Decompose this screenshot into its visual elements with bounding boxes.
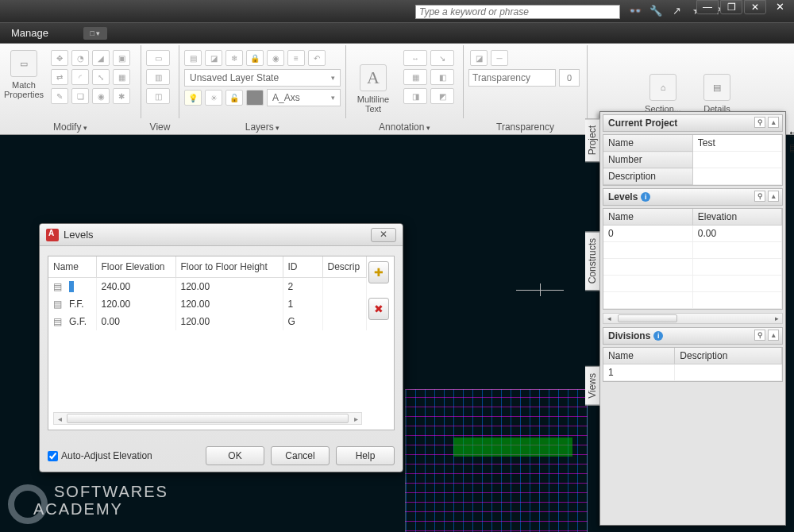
anno1-icon[interactable]: ◧ (430, 69, 454, 85)
table-row[interactable]: ▤G.F. 0.00120.00G (48, 313, 367, 330)
layer-prev-icon[interactable]: ↶ (308, 50, 326, 66)
col-lvl-elev: Elevation (692, 209, 781, 226)
transparency-input[interactable] (468, 69, 556, 87)
filter-icon[interactable]: ⚲ (754, 117, 765, 128)
vtab-project[interactable]: Project (585, 118, 600, 162)
view-tool-icon[interactable]: ▭ (146, 50, 170, 66)
divisions-header[interactable]: Divisionsi ⚲▴ (603, 327, 783, 345)
ok-button[interactable]: OK (206, 446, 264, 465)
anno3-icon[interactable]: ◩ (430, 88, 454, 104)
offset-icon[interactable]: ◉ (92, 88, 110, 104)
vtab-views[interactable]: Views (585, 366, 600, 406)
stretch-icon[interactable]: ⤡ (92, 69, 110, 85)
info-icon[interactable]: i (653, 331, 663, 341)
transparency-value[interactable] (559, 69, 580, 87)
mirror-icon[interactable]: ⇄ (51, 69, 68, 85)
table-row[interactable]: ▤F.F. 120.00120.001 (48, 295, 367, 313)
view-tool3-icon[interactable]: ◫ (146, 88, 170, 104)
fillet-icon[interactable]: ◜ (71, 69, 89, 85)
collapse-icon[interactable]: ▴ (768, 330, 779, 341)
col-id[interactable]: ID (283, 256, 322, 278)
cancel-button[interactable]: Cancel (271, 446, 330, 465)
help-button[interactable]: Help (336, 446, 395, 465)
col-floor-elevation[interactable]: Floor Elevation (96, 256, 175, 278)
palette-pin-icon[interactable]: ⮀ (789, 129, 794, 141)
panel-annotation-label[interactable]: Annotation (346, 121, 463, 133)
val-desc[interactable] (692, 168, 781, 185)
watermark-logo: SOFTWARES ACADEMY (11, 483, 168, 518)
window-close[interactable]: ✕ (744, 0, 766, 14)
window-restore[interactable]: ❐ (720, 0, 742, 14)
window-minimize[interactable]: — (696, 0, 719, 14)
section-button[interactable]: ⌂ Section... (635, 45, 691, 117)
binoculars-icon[interactable]: 👓 (629, 5, 642, 17)
sun-icon[interactable]: ☀ (205, 90, 222, 106)
palette-options-icon[interactable]: ▤ (789, 142, 794, 153)
info-icon[interactable]: i (641, 192, 650, 202)
tab-manage[interactable]: Manage (0, 23, 60, 43)
scale-icon[interactable]: ▣ (113, 50, 130, 66)
col-description[interactable]: Descrip (322, 256, 367, 278)
layer-freeze-icon[interactable]: ❄ (225, 50, 243, 66)
vtab-constructs[interactable]: Constructs (585, 231, 600, 291)
current-project-header[interactable]: Current Project ⚲▴ (603, 114, 783, 132)
col-floor-to-floor[interactable]: Floor to Floor Height (175, 256, 283, 278)
view-tool2-icon[interactable]: ▥ (146, 69, 170, 85)
val-name[interactable]: Test (692, 135, 781, 152)
ribbon-expand-toggle[interactable]: □ ▾ (83, 27, 107, 40)
layer-color-swatch[interactable] (246, 90, 264, 106)
level-icon: ▤ (53, 281, 69, 292)
props-byline-icon[interactable]: ─ (491, 50, 508, 66)
col-name[interactable]: Name (48, 256, 96, 278)
layer-props-icon[interactable]: ▤ (184, 50, 202, 66)
leader-icon[interactable]: ↘ (430, 50, 454, 66)
dialog-close-button[interactable]: ✕ (371, 228, 396, 242)
filter-icon[interactable]: ⚲ (754, 330, 765, 341)
explode-icon[interactable]: ✱ (113, 88, 130, 104)
panel-layers-label[interactable]: Layers (179, 121, 345, 133)
text-icon: A (360, 64, 387, 91)
lightbulb-icon[interactable]: 💡 (184, 90, 202, 106)
layer-iso-icon[interactable]: ◪ (205, 50, 222, 66)
app-icon (46, 229, 59, 241)
layer-match-icon[interactable]: ≡ (287, 50, 305, 66)
palette-close-icon[interactable]: ✕ (789, 114, 794, 129)
multiline-text-button[interactable]: A Multiline Text (349, 45, 397, 117)
lock-icon[interactable]: 🔓 (225, 90, 243, 106)
dialog-title-bar[interactable]: Levels ✕ (40, 224, 403, 246)
collapse-icon[interactable]: ▴ (768, 117, 779, 128)
dimension-icon[interactable]: ↔ (403, 50, 427, 66)
match-properties-icon: ▭ (10, 50, 37, 77)
table-row[interactable]: ▤ 240.00120.002 (48, 278, 367, 296)
current-layer-dropdown[interactable]: A_Axs (267, 89, 341, 106)
filter-icon[interactable]: ⚲ (754, 191, 765, 202)
details-button[interactable]: ▤ Details (689, 45, 745, 117)
share-icon[interactable]: ↗ (670, 5, 683, 17)
anno2-icon[interactable]: ◨ (403, 88, 427, 104)
add-level-button[interactable]: ✚ (368, 261, 389, 283)
layer-state-dropdown[interactable]: Unsaved Layer State (184, 69, 341, 87)
panel-view-label: View (141, 121, 179, 133)
auto-adjust-checkbox[interactable]: Auto-Adjust Elevation (48, 450, 152, 461)
app-close-icon[interactable]: ✕ (776, 1, 784, 13)
rotate-icon[interactable]: ◔ (71, 50, 89, 66)
delete-level-button[interactable]: ✖ (368, 298, 389, 320)
wrench-icon[interactable]: 🔧 (649, 5, 662, 17)
panel-modify-label[interactable]: Modify (0, 121, 141, 133)
layer-off-icon[interactable]: ◉ (267, 50, 284, 66)
copy-icon[interactable]: ❏ (71, 88, 89, 104)
props-bycolor-icon[interactable]: ◪ (470, 50, 488, 66)
erase-icon[interactable]: ✎ (51, 88, 68, 104)
match-properties-button[interactable]: ▭ Match Properties (3, 47, 44, 102)
dialog-scrollbar[interactable]: ◂▸ (53, 412, 362, 425)
search-input[interactable] (415, 5, 620, 19)
levels-scrollbar[interactable]: ◂▸ (603, 313, 783, 324)
val-number[interactable] (692, 152, 781, 168)
layer-lock-icon[interactable]: 🔒 (246, 50, 264, 66)
table-icon[interactable]: ▦ (403, 69, 427, 85)
trim-icon[interactable]: ◢ (92, 50, 110, 66)
levels-header[interactable]: Levelsi ⚲▴ (603, 188, 783, 206)
move-icon[interactable]: ✥ (51, 50, 68, 66)
collapse-icon[interactable]: ▴ (768, 191, 779, 202)
array-icon[interactable]: ▦ (113, 69, 130, 85)
